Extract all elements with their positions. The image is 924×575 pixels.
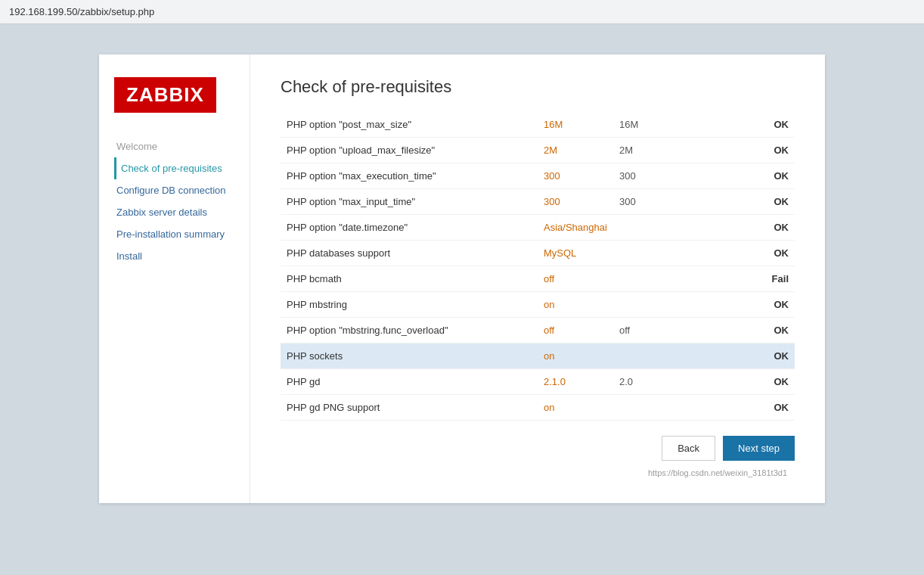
row-required-7 (613, 292, 689, 318)
row-required-0: 16M (613, 112, 689, 138)
sidebar-nav-item-5[interactable]: Install (114, 245, 234, 267)
sidebar: ZABBIX WelcomeCheck of pre-requisitesCon… (99, 54, 250, 503)
row-status-7: OK (689, 292, 795, 318)
row-current-1: 2M (538, 138, 613, 163)
table-row: PHP socketsonOK (281, 343, 795, 369)
main-content: Check of pre-requisites PHP option "post… (250, 54, 825, 503)
url-text: 192.168.199.50/zabbix/setup.php (9, 6, 154, 17)
sidebar-nav-link-4[interactable]: Pre-installation summary (116, 228, 225, 240)
row-current-8: off (538, 318, 613, 343)
row-current-11: on (538, 395, 613, 421)
row-name-5: PHP databases support (281, 241, 538, 266)
sidebar-nav-link-2[interactable]: Configure DB connection (116, 185, 226, 196)
table-row: PHP databases supportMySQLOK (281, 241, 795, 266)
table-row: PHP gd PNG supportonOK (281, 395, 795, 421)
row-status-9: OK (689, 343, 795, 369)
sidebar-nav-link-3[interactable]: Zabbix server details (116, 207, 207, 218)
row-name-10: PHP gd (281, 369, 538, 395)
row-name-3: PHP option "max_input_time" (281, 189, 538, 215)
table-row: PHP gd2.1.02.0OK (281, 369, 795, 395)
table-row: PHP option "mbstring.func_overload"offof… (281, 318, 795, 343)
row-name-2: PHP option "max_execution_time" (281, 163, 538, 189)
sidebar-nav-link-0[interactable]: Welcome (116, 141, 157, 152)
table-row: PHP bcmathoffFail (281, 266, 795, 292)
row-status-0: OK (689, 112, 795, 138)
row-required-3: 300 (613, 189, 689, 215)
row-current-7: on (538, 292, 613, 318)
row-status-10: OK (689, 369, 795, 395)
row-required-11 (613, 395, 689, 421)
row-status-4: OK (689, 215, 795, 241)
row-name-11: PHP gd PNG support (281, 395, 538, 421)
sidebar-nav-item-1[interactable]: Check of pre-requisites (114, 157, 234, 179)
logo: ZABBIX (114, 77, 216, 113)
table-row: PHP option "max_execution_time"300300OK (281, 163, 795, 189)
row-status-6: Fail (689, 266, 795, 292)
row-required-5 (613, 241, 689, 266)
row-name-1: PHP option "upload_max_filesize" (281, 138, 538, 163)
sidebar-nav: WelcomeCheck of pre-requisitesConfigure … (114, 135, 234, 267)
row-current-2: 300 (538, 163, 613, 189)
back-button[interactable]: Back (662, 436, 715, 461)
footer-link: https://blog.csdn.net/weixin_3181t3d1 (281, 468, 795, 480)
table-row: PHP option "upload_max_filesize"2M2MOK (281, 138, 795, 163)
browser-address-bar: 192.168.199.50/zabbix/setup.php (0, 0, 924, 24)
row-current-6: off (538, 266, 613, 292)
table-row: PHP option "date.timezone"Asia/ShanghaiO… (281, 215, 795, 241)
row-required-4 (613, 215, 689, 241)
row-required-9 (613, 343, 689, 369)
row-required-8: off (613, 318, 689, 343)
footer-buttons: Back Next step (281, 421, 795, 468)
table-row: PHP option "post_max_size"16M16MOK (281, 112, 795, 138)
sidebar-nav-item-4[interactable]: Pre-installation summary (114, 223, 234, 245)
row-status-8: OK (689, 318, 795, 343)
sidebar-nav-link-5[interactable]: Install (116, 250, 142, 262)
row-name-7: PHP mbstring (281, 292, 538, 318)
row-current-10: 2.1.0 (538, 369, 613, 395)
row-required-2: 300 (613, 163, 689, 189)
row-current-0: 16M (538, 112, 613, 138)
row-required-6 (613, 266, 689, 292)
row-status-1: OK (689, 138, 795, 163)
row-current-5: MySQL (538, 241, 613, 266)
row-name-0: PHP option "post_max_size" (281, 112, 538, 138)
row-status-3: OK (689, 189, 795, 215)
row-name-9: PHP sockets (281, 343, 538, 369)
row-status-11: OK (689, 395, 795, 421)
row-status-2: OK (689, 163, 795, 189)
prereq-table: PHP option "post_max_size"16M16MOKPHP op… (281, 112, 795, 421)
row-current-9: on (538, 343, 613, 369)
sidebar-nav-link-1[interactable]: Check of pre-requisites (121, 163, 222, 174)
row-status-5: OK (689, 241, 795, 266)
row-current-3: 300 (538, 189, 613, 215)
table-row: PHP option "max_input_time"300300OK (281, 189, 795, 215)
table-row: PHP mbstringonOK (281, 292, 795, 318)
sidebar-nav-item-3[interactable]: Zabbix server details (114, 201, 234, 223)
row-name-8: PHP option "mbstring.func_overload" (281, 318, 538, 343)
row-name-4: PHP option "date.timezone" (281, 215, 538, 241)
row-current-4: Asia/Shanghai (538, 215, 613, 241)
row-name-6: PHP bcmath (281, 266, 538, 292)
sidebar-nav-item-0[interactable]: Welcome (114, 135, 234, 157)
row-required-10: 2.0 (613, 369, 689, 395)
row-required-1: 2M (613, 138, 689, 163)
next-step-button[interactable]: Next step (723, 436, 795, 461)
sidebar-nav-item-2[interactable]: Configure DB connection (114, 179, 234, 201)
page-title: Check of pre-requisites (281, 77, 795, 97)
